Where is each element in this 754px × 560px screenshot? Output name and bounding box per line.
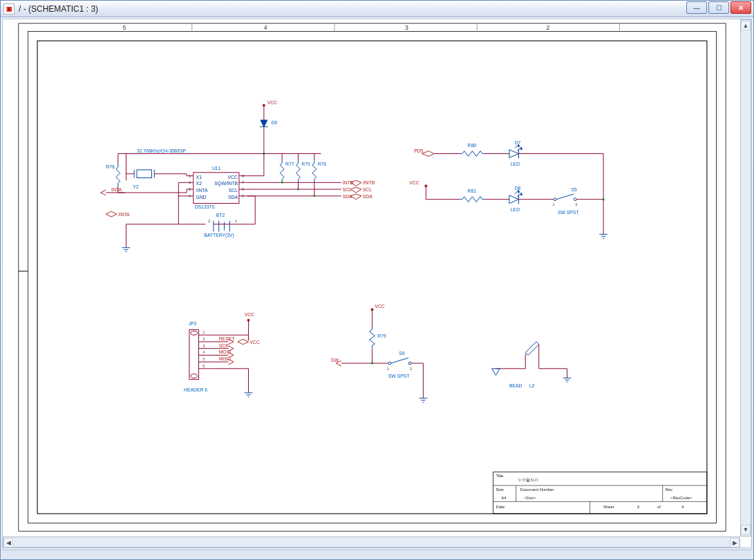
val-s6: SW SPST (388, 374, 410, 378)
net-scl-off: SCL (363, 187, 372, 192)
sw-block: VCC R79 SW 1 2 S6 SW SPST (331, 304, 427, 402)
ref-jp2: JP2 (189, 321, 197, 326)
window-title: / - (SCHEMATIC1 : 3) (19, 4, 98, 14)
scroll-left-icon[interactable]: ◀ (3, 538, 13, 548)
svg-point-60 (281, 182, 283, 184)
svg-marker-157 (492, 369, 500, 376)
u11-pin-gnd: GND (196, 195, 207, 200)
u11-pin-vcc: VCC (228, 175, 238, 180)
ref-r79: R79 (377, 334, 386, 338)
ref-u11: U11 (212, 166, 221, 171)
svg-rect-111 (189, 329, 199, 379)
net-reset: RESET (219, 336, 235, 341)
tb-rev-value: <RevCode> (670, 496, 692, 500)
svg-text:1: 1 (235, 219, 237, 223)
net-inta-off: /INTA (118, 212, 130, 217)
val-d7: LED (511, 162, 520, 166)
ref-r75: R75 (301, 162, 310, 166)
svg-point-142 (388, 362, 391, 365)
svg-rect-1 (28, 32, 716, 523)
svg-text:1: 1 (387, 367, 389, 371)
led-block: PD5 R80 D7 LED V (409, 140, 607, 238)
net-vcc-reset: VCC (249, 340, 259, 345)
ref-d7: D7 (515, 140, 521, 145)
net-sda-off: SDA (363, 194, 373, 199)
ruler-col-4: 4 (264, 24, 267, 31)
ref-y2: Y2 (133, 184, 139, 189)
schematic-canvas[interactable]: 5 4 3 2 VCC (3, 19, 740, 537)
net-pd5: PD5 (414, 148, 423, 153)
svg-text:1: 1 (552, 202, 554, 206)
ruler-col-3: 3 (405, 24, 408, 31)
svg-rect-2 (37, 41, 707, 514)
net-vcc-led: VCC (409, 180, 419, 185)
u11-pin-sda: SDA (228, 195, 238, 200)
svg-marker-152 (525, 342, 538, 355)
ref-s5: S5 (571, 187, 577, 192)
scroll-down-icon[interactable]: ▼ (741, 525, 751, 534)
net-intb: INTB (343, 180, 354, 185)
ref-l2: L2 (529, 383, 535, 388)
scroll-right-icon[interactable]: ▶ (730, 538, 739, 548)
svg-point-113 (191, 374, 198, 378)
net-inta-port: INTA (111, 187, 122, 192)
svg-text:2: 2 (410, 367, 412, 371)
val-l2: BEAD (509, 383, 522, 388)
statusbar (2, 550, 752, 559)
svg-point-98 (554, 198, 556, 201)
tb-docnum-label: Document Number (520, 487, 554, 492)
svg-point-104 (603, 198, 605, 200)
tb-rev-label: Rev (666, 487, 672, 492)
svg-line-100 (556, 194, 574, 200)
tb-size-value: A4 (501, 496, 507, 500)
rtc-block: VCC D6 Y2 (100, 100, 375, 252)
close-button[interactable]: ✕ (731, 1, 751, 14)
ref-r76: R76 (318, 162, 327, 166)
bead-block: BEAD L2 (492, 342, 572, 388)
svg-point-61 (297, 189, 299, 191)
net-mosi: MOSI (219, 349, 231, 354)
ref-s6: S6 (399, 351, 405, 356)
tb-sheet-of: of (657, 505, 661, 509)
titlebar: ▣ / - (SCHEMATIC1 : 3) — ☐ ✕ (1, 1, 753, 17)
u11-pin-scl: SCL (229, 188, 238, 193)
tb-sheet-cur: 3 (637, 505, 639, 509)
val-s5: SW SPST (558, 210, 579, 215)
ref-r80: R80 (468, 143, 477, 148)
svg-text:4: 4 (202, 350, 205, 354)
svg-text:3: 3 (202, 344, 205, 348)
svg-text:6: 6 (202, 364, 205, 368)
u11-pin-x2: X2 (196, 181, 202, 186)
net-intb-off: /INTB (363, 180, 375, 185)
vertical-scrollbar[interactable]: ▲ ▼ (740, 19, 751, 537)
net-miso: MISO (219, 356, 231, 361)
maximize-button[interactable]: ☐ (708, 1, 729, 14)
val-jp2: HEADER 6 (184, 387, 207, 392)
u11-pin-sqwintb: SQW/INTB (214, 181, 238, 186)
ref-d8: D8 (515, 186, 521, 191)
svg-point-112 (191, 331, 198, 335)
horizontal-scrollbar[interactable]: ◀ ▶ (3, 537, 740, 548)
svg-rect-16 (137, 170, 151, 178)
tb-size-label: Size (496, 487, 503, 492)
header-block: VCC JP2 1 2 3 4 (184, 312, 260, 397)
tb-title-label: Title (496, 474, 503, 478)
net-vcc-1: VCC (267, 100, 277, 105)
net-vcc-jp2: VCC (245, 312, 254, 317)
scroll-up-icon[interactable]: ▲ (741, 21, 751, 30)
svg-point-62 (313, 195, 315, 197)
svg-point-99 (574, 198, 576, 201)
val-d8: LED (511, 207, 520, 212)
val-y2: 32.768Khz/CH-308/DIP (137, 148, 186, 153)
net-vcc-sw: VCC (375, 304, 384, 309)
ruler-col-2: 2 (546, 24, 549, 31)
minimize-button[interactable]: — (686, 1, 707, 14)
svg-point-141 (371, 362, 373, 364)
tb-sheet-label: Sheet (603, 505, 614, 509)
title-block: Title 누수탐지기 Size A4 Document Number <Doc… (493, 472, 707, 514)
tb-title-value: 누수탐지기 (518, 478, 538, 482)
svg-text:1: 1 (202, 330, 205, 334)
app-window: ▣ / - (SCHEMATIC1 : 3) — ☐ ✕ 5 4 3 2 (0, 0, 754, 560)
svg-text:2: 2 (575, 202, 577, 206)
ruler-col-5: 5 (123, 24, 126, 31)
